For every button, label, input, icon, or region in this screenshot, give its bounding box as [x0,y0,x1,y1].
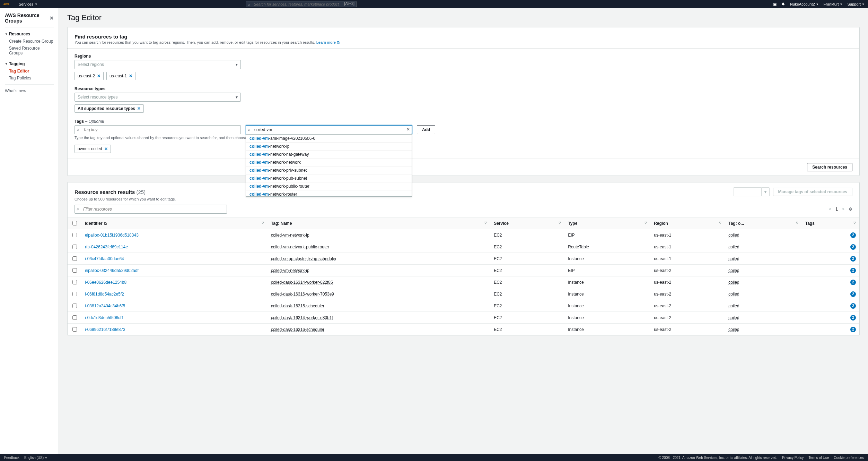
tag-name-cell[interactable]: coiled-vm-network-ip [271,233,309,238]
prev-page-icon[interactable]: < [829,207,831,212]
feedback-link[interactable]: Feedback [4,456,19,460]
cookies-link[interactable]: Cookie preferences [834,456,864,460]
identifier-link[interactable]: i-06996216f7189e873 [85,327,125,332]
settings-icon[interactable]: ⚙ [849,207,852,212]
account-menu[interactable]: NukeAccount2▼ [790,2,818,6]
tag-owner-cell[interactable]: coiled [728,245,739,249]
tags-count-badge[interactable]: 2 [850,327,856,332]
identifier-link[interactable]: i-06f81d8d54ac2e5f2 [85,292,124,297]
row-checkbox[interactable] [72,245,77,249]
tag-value-input[interactable] [246,125,412,134]
tag-owner-cell[interactable]: coiled [728,327,739,332]
aws-logo[interactable]: aws [3,2,14,7]
tag-name-cell[interactable]: coiled-dask-16316-worker-7053e9 [271,292,334,297]
search-resources-button[interactable]: Search resources [807,163,852,171]
dropdown-option[interactable]: coiled-vm-network-network [246,159,412,167]
chip-remove-icon[interactable]: ✕ [137,106,141,111]
tag-name-cell[interactable]: coiled-dask-16315-scheduler [271,304,324,308]
dropdown-option[interactable]: coiled-vm-network-priv-subnet [246,167,412,174]
terms-link[interactable]: Terms of Use [808,456,829,460]
identifier-link[interactable]: i-06ee0626dee1254b8 [85,280,126,285]
tags-count-badge[interactable]: 2 [850,256,856,262]
row-checkbox[interactable] [72,280,77,284]
identifier-link[interactable]: eipalloc-032446da529d02adf [85,268,139,273]
sidebar-item-tag-policies[interactable]: Tag Policies [0,75,59,82]
sidebar-section-tagging[interactable]: Tagging [0,60,59,68]
tags-count-badge[interactable]: 2 [850,268,856,273]
tags-count-badge[interactable]: 2 [850,244,856,250]
tag-owner-cell[interactable]: coiled [728,280,739,285]
dropdown-option[interactable]: coiled-vm-network-ip [246,143,412,151]
tags-count-badge[interactable]: 2 [850,303,856,309]
col-service[interactable]: Service▽ [490,217,564,229]
sidebar-item-tag-editor[interactable]: Tag Editor [0,68,59,75]
identifier-link[interactable]: rtb-0426243fef69c114e [85,245,128,249]
row-checkbox[interactable] [72,256,77,261]
tag-name-cell[interactable]: coiled-dask-16314-worker-e80b1f [271,315,333,320]
identifier-link[interactable]: i-06c47fdfaa00dae64 [85,256,124,261]
notifications-icon[interactable]: 🔔︎ [781,2,785,6]
cloudshell-icon[interactable]: ▣ [773,2,777,7]
tag-name-cell[interactable]: coiled-setup-cluster-kvhp-scheduler [271,256,336,261]
col-tag-name[interactable]: Tag: Name▽ [268,217,490,229]
tag-owner-cell[interactable]: coiled [728,268,739,273]
manage-tags-button: Manage tags of selected resources [773,188,852,196]
sidebar-item-saved-resource-groups[interactable]: Saved Resource Groups [0,45,59,57]
tag-name-cell[interactable]: coiled-vm-network-ip [271,268,309,273]
learn-more-link[interactable]: Learn more⧉ [316,40,340,44]
col-tags[interactable]: Tags▽ [802,217,859,229]
row-checkbox[interactable] [72,304,77,308]
sidebar-item-whats-new[interactable]: What's new [0,87,59,94]
tag-owner-cell[interactable]: coiled [728,304,739,308]
row-checkbox[interactable] [72,292,77,296]
chip-remove-icon[interactable]: ✕ [129,74,132,78]
tag-owner-cell[interactable]: coiled [728,256,739,261]
tag-name-cell[interactable]: coiled-dask-16316-scheduler [271,327,324,332]
regions-select[interactable]: Select regions ▾ [74,60,241,69]
dropdown-option[interactable]: coiled-vm-network-pub-subnet [246,174,412,182]
row-checkbox[interactable] [72,315,77,320]
privacy-link[interactable]: Privacy Policy [782,456,804,460]
filter-resources-input[interactable] [74,205,227,214]
chip-remove-icon[interactable]: ✕ [97,74,100,78]
clear-input-icon[interactable]: ✕ [406,127,410,132]
select-all-checkbox[interactable] [72,221,77,225]
add-button[interactable]: Add [417,125,435,134]
tags-count-badge[interactable]: 2 [850,232,856,238]
tag-name-cell[interactable]: coiled-dask-16314-worker-622f85 [271,280,333,285]
row-checkbox[interactable] [72,327,77,332]
support-menu[interactable]: Support▼ [848,2,865,6]
identifier-link[interactable]: eipalloc-01b15f1936d518343 [85,233,139,238]
services-menu[interactable]: Services ▼ [19,2,37,6]
dropdown-option[interactable]: coiled-vm-network-nat-gateway [246,151,412,159]
col-tag-owner[interactable]: Tag: o...▽ [725,217,801,229]
tag-name-cell[interactable]: coiled-vm-network-public-router [271,245,329,249]
region-menu[interactable]: Frankfurt▼ [824,2,843,6]
identifier-link[interactable]: i-03812a2404c34b6f5 [85,304,125,308]
tag-owner-cell[interactable]: coiled [728,233,739,238]
col-identifier[interactable]: Identifier⧉▽ [81,217,268,229]
identifier-link[interactable]: i-0dc1d3dea5f506cf1 [85,315,124,320]
tags-count-badge[interactable]: 2 [850,315,856,321]
language-menu[interactable]: English (US) ▼ [24,456,47,460]
tags-count-badge[interactable]: 2 [850,280,856,285]
col-region[interactable]: Region▽ [650,217,725,229]
chip-remove-icon[interactable]: ✕ [104,146,108,151]
tag-key-input[interactable] [74,125,241,134]
close-icon[interactable]: ✕ [50,15,54,21]
export-menu[interactable]: ▾ [734,187,770,196]
sidebar-section-resources[interactable]: Resources [0,30,59,38]
dropdown-option[interactable]: coiled-vm-ami-image-v20210506-0 [246,135,412,143]
tags-count-badge[interactable]: 2 [850,291,856,297]
next-page-icon[interactable]: > [842,207,844,212]
row-checkbox[interactable] [72,268,77,273]
row-checkbox[interactable] [72,233,77,237]
col-type[interactable]: Type▽ [564,217,650,229]
resource-types-select[interactable]: Select resource types ▾ [74,93,241,102]
tag-owner-cell[interactable]: coiled [728,315,739,320]
dropdown-option[interactable]: coiled-vm-network-public-router [246,182,412,190]
sidebar-item-create-resource-group[interactable]: Create Resource Group [0,38,59,45]
global-search-input[interactable] [246,1,357,7]
dropdown-option[interactable]: coiled-vm-network-router [246,190,412,197]
tag-owner-cell[interactable]: coiled [728,292,739,297]
